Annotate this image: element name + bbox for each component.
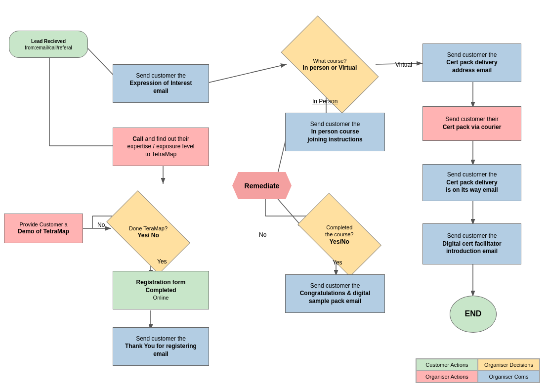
call-line2: expertise / exposure level	[127, 143, 194, 151]
demo-node: Provide Customer a Demo of TetraMap	[4, 214, 83, 243]
legend-organiser-decisions: Organiser Decisions	[478, 359, 540, 371]
svg-line-2	[207, 64, 287, 83]
lead-sublabel: from:email/call/referal	[25, 44, 72, 51]
legend-organiser-coms: Organiser Coms	[478, 371, 540, 383]
cert-address-node: Send customer the Cert pack delivery add…	[422, 44, 521, 82]
what-course-inner: What course? In person or Virtual	[303, 57, 357, 72]
ipi-line1: Send customer the	[310, 121, 360, 129]
legend-customer-actions: Customer Actions	[416, 359, 478, 371]
dc-line2: Digital cert facilitator	[442, 240, 501, 248]
demo-line1: Provide Customer a	[19, 221, 67, 228]
ipi-line3: joining instructions	[307, 136, 362, 144]
done-tetramap-node: Done TeraMap? Yes/ No	[106, 190, 190, 274]
remediate-label: Remediate	[245, 182, 280, 190]
lead-title: Lead Recieved	[31, 38, 66, 44]
demo-line2: Demo of TetraMap	[18, 228, 69, 236]
in-person-label: In Person	[312, 98, 338, 105]
done-line1: Done TeraMap?	[129, 225, 168, 232]
no2-label: No	[259, 231, 266, 238]
cc-line2: the course?	[325, 231, 353, 238]
expression-interest-node: Send customer the Expression of Interest…	[113, 64, 209, 103]
dc-line3: introduction email	[446, 248, 498, 256]
end-label: END	[465, 309, 482, 319]
cc-line1: Completed	[325, 224, 353, 231]
digital-cert-node: Send customer the Digital cert facilitat…	[422, 223, 521, 264]
dc-line1: Send customer the	[447, 232, 497, 240]
no1-label: No	[97, 221, 105, 228]
expression-line2: Expression of Interest	[129, 80, 192, 87]
done-line2: Yes/ No	[129, 232, 168, 240]
cert-courier-node: Send customer their Cert pack via courie…	[422, 106, 521, 141]
virtual-label: Virtual	[395, 61, 412, 68]
cc2-line1: Send customer their	[445, 116, 498, 124]
thankyou-node: Send customer the Thank You for register…	[113, 327, 209, 366]
reg-line3: Online	[153, 294, 169, 301]
legend: Customer Actions Organiser Decisions Org…	[416, 358, 540, 383]
yes2-label: Yes	[333, 259, 342, 266]
expression-line1: Send customer the	[136, 72, 186, 80]
cow-line1: Send customer the	[447, 171, 497, 179]
cong-line1: Send customer the	[310, 282, 360, 290]
end-node: END	[450, 296, 497, 333]
registration-node: Registration form Completed Online	[113, 271, 209, 309]
ty-line1: Send customer the	[136, 335, 186, 343]
ca-line2: Cert pack delivery	[446, 59, 497, 67]
expression-line3: email	[153, 87, 169, 95]
legend-organiser-actions: Organiser Actions	[416, 371, 478, 383]
flowchart-diagram: Lead Recieved from:email/call/referal Se…	[0, 0, 549, 392]
ca-line3: address email	[452, 67, 492, 75]
yes1-label: Yes	[157, 258, 167, 265]
cong-line2: Congratulations & digital	[300, 290, 371, 298]
reg-line2: Completed	[145, 287, 176, 295]
wc-line2: In person or Virtual	[303, 64, 357, 72]
cong-line3: sample pack email	[309, 298, 361, 305]
call-line1: Call and find out their	[132, 135, 189, 143]
cc-line3: Yes/No	[325, 238, 353, 246]
reg-line1: Registration form	[136, 279, 185, 287]
ty-line3: email	[153, 350, 169, 358]
call-bold: Call	[132, 135, 143, 142]
wc-line1: What course?	[303, 57, 357, 64]
lead-received-node: Lead Recieved from:email/call/referal	[9, 31, 88, 58]
ipi-line2: In person course	[311, 128, 359, 136]
cow-line3: is on its way email	[446, 186, 498, 194]
call-line3: to TetraMap	[145, 151, 176, 159]
cert-onway-node: Send customer the Cert pack delivery is …	[422, 164, 521, 201]
completed-course-inner: Completed the course? Yes/No	[325, 224, 353, 246]
congratulations-node: Send customer the Congratulations & digi…	[285, 274, 385, 313]
call-node: Call and find out their expertise / expo…	[113, 128, 209, 166]
in-person-instructions-node: Send customer the In person course joini…	[285, 113, 385, 151]
remediate-node: Remediate	[232, 172, 292, 199]
cc2-line2: Cert pack via courier	[443, 124, 502, 131]
ty-line2: Thank You for registering	[125, 343, 197, 350]
ca-line1: Send customer the	[447, 51, 497, 59]
done-tetramap-inner: Done TeraMap? Yes/ No	[129, 225, 168, 240]
cow-line2: Cert pack delivery	[446, 179, 497, 187]
